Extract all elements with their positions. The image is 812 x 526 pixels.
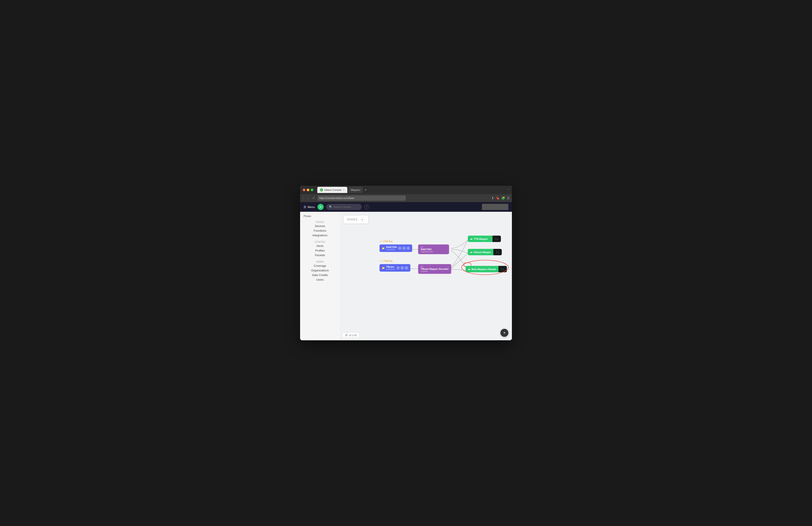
ttn-icon-box: ↑↓ [493,236,501,242]
fullscreen-button[interactable] [311,188,313,191]
tbeam-folder-icon: 📁 [382,267,385,269]
admin-section-label: ADMIN [300,259,340,264]
sidebar-item-packets[interactable]: Packets [300,253,340,257]
helium-favicon: H [320,188,323,191]
tbeam-ctrl-2[interactable]: ○ [401,266,404,270]
beta-icon-box: ↑↓ [498,266,507,272]
sidebar-item-functions[interactable]: Functions [300,228,340,233]
browserbar: ‹ › ↺ https://console.helium.com/flows ⬆… [300,194,512,202]
forward-button[interactable]: › [307,196,310,200]
address-bar[interactable]: https://console.helium.com/flows [318,196,406,201]
helium-logo: H [318,204,324,210]
flows-label[interactable]: Flows [304,214,311,218]
rak7200-controls: ○ ○ + [398,246,410,250]
function-node-tbeam[interactable]: (x) TBeam Mapper Decoder Custom [418,264,451,274]
nodes-panel: NODES + [343,215,368,224]
new-tab-button[interactable]: + [364,188,367,192]
tbeam-ctrl-1[interactable]: ○ [396,266,400,270]
tbeam-ctrl-3[interactable]: + [405,266,408,270]
flows-chevron-icon[interactable]: ‹ [336,215,336,217]
device-node-tbeam[interactable]: 📁 TBeam 0 Devices ○ ○ + [379,264,410,272]
version-badge: 🔗 v2.2.42 [343,332,359,338]
tab-helium-close[interactable]: ✕ [343,189,345,191]
tab-mappers[interactable]: Mappers [348,187,363,193]
device-folder-icon: 📁 [382,247,385,250]
share-icon[interactable]: ⬆ [491,196,494,200]
tab-helium-label: Helium Console [324,188,342,191]
beta-label-area: ☁ Beta Mappers Hexato [466,266,498,272]
menu-button[interactable]: ☰ Menu [304,205,315,209]
integration-ttn[interactable]: ☁ TTN-Mapper ↑↓ [468,236,501,242]
helium-mapper-name: Helium-Mapper [474,251,491,254]
sidebar-section-admin: ADMIN Coverage Organizations Data Credit… [300,259,340,282]
fn-prefix-tbeam: (x) [421,266,449,268]
sidebar-section-nodes: NODES Devices Functions Integrations [300,219,340,238]
rak7200-ctrl-2[interactable]: ○ [402,246,406,250]
fn-tbeam-title: TBeam Mapper Decoder [421,268,449,270]
fn-rak-sub: Cayenne LPP [421,251,446,253]
close-button[interactable] [303,188,305,191]
sidebar: Flows ‹ NODES Devices Functions Integrat… [300,212,340,340]
sidebar-item-organizations[interactable]: Organizations [300,268,340,273]
tab-helium-console[interactable]: H Helium Console ✕ [317,187,347,193]
menu-label: Menu [308,205,315,209]
sidebar-item-profiles[interactable]: Profiles [300,248,340,253]
rak7200-ctrl-3[interactable]: + [406,246,410,250]
helium-icon-box: ↑↓ [493,249,502,255]
browser-actions: ⬆ 🔖 🧩 ☰ [491,196,510,200]
flows-header: Flows ‹ [300,212,340,219]
sidebar-item-coverage[interactable]: Coverage [300,264,340,268]
search-input[interactable] [334,205,358,208]
sidebar-item-integrations[interactable]: Integrations [300,233,340,238]
extensions-icon[interactable]: 🧩 [501,196,505,200]
integration-helium[interactable]: ☁ Helium-Mapper ↑↓ [468,249,502,255]
bookmark-icon[interactable]: 🔖 [496,196,499,200]
ttn-wave-icon: ↑↓ [495,237,498,241]
refresh-button[interactable]: ↺ [311,196,316,200]
rak7200-ctrl-1[interactable]: ○ [398,246,402,250]
tbeam-controls: ○ ○ + [396,266,408,270]
tab-bar: H Helium Console ✕ Mappers + [317,187,505,193]
tbeam-name: TBeam [386,266,395,268]
search-bar[interactable]: 🔍 [327,204,362,210]
integration-beta[interactable]: ☁ Beta Mappers Hexato ↑↓ [466,266,507,272]
ttn-label-area: ☁ TTN-Mapper [468,236,493,242]
hamburger-icon: ☰ [304,205,306,209]
nodes-panel-label: NODES [347,218,358,221]
flow-diagram: ⚠ 1 Warning 📁 RAK7200 0 Devices ○ ○ + [353,225,512,336]
function-node-rak7200[interactable]: (x) RAK7200 Cayenne LPP [418,244,449,254]
back-button[interactable]: ‹ [302,196,305,200]
helium-cloud-icon: ☁ [470,251,473,254]
sidebar-item-alerts[interactable]: Alerts [300,244,340,248]
tab-mappers-label: Mappers [351,188,360,191]
warning-icon: ⚠ [379,240,381,242]
tbeam-node-info: TBeam 0 Devices [386,266,395,270]
nodes-add-button[interactable]: + [360,217,365,222]
helium-label-area: ☁ Helium-Mapper [468,249,493,255]
browser-window: H Helium Console ✕ Mappers + ⌃ ‹ › ↺ htt… [300,186,512,340]
device-node-info: RAK7200 0 Devices [386,246,397,251]
sidebar-item-data-credits[interactable]: Data Credits [300,273,340,278]
menu-icon[interactable]: ☰ [507,196,510,200]
warning-text-2: 1 Warning [382,260,392,262]
ttn-name: TTN-Mapper [474,238,488,240]
rak7200-count: 0 Devices [386,248,397,251]
canvas: NODES + [340,212,512,340]
device-node-rak7200[interactable]: 📁 RAK7200 0 Devices ○ ○ + [379,244,412,252]
fn-prefix-rak: (x) [421,246,446,248]
help-button[interactable]: ? [364,204,369,209]
nodes-section-label: NODES [300,219,340,224]
sidebar-item-devices[interactable]: Devices [300,224,340,228]
add-flow-button[interactable]: + [501,329,508,337]
traffic-lights [303,188,313,191]
tbeam-count: 0 Devices [386,268,395,270]
ttn-cloud-icon: ☁ [470,237,473,240]
fn-rak-title: RAK7200 [421,248,446,251]
minimize-button[interactable] [307,188,309,191]
beta-wave-icon: ↑↓ [501,267,504,271]
header-right-area [482,204,508,210]
url-text: https://console.helium.com/flows [319,197,354,199]
rak7200-name: RAK7200 [386,246,397,248]
window-controls: ⌃ [507,188,509,191]
sidebar-item-users[interactable]: Users [300,278,340,282]
